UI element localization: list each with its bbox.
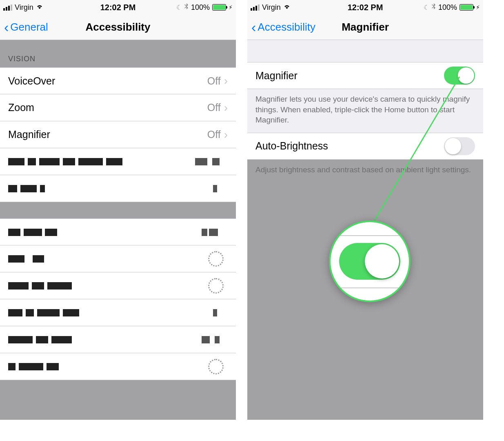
- back-button[interactable]: ‹ General: [4, 21, 48, 33]
- section-gap: [247, 40, 483, 62]
- clock: 12:02 PM: [348, 3, 383, 12]
- section-gap: [0, 202, 236, 218]
- toggle-zoomed-icon: [339, 243, 400, 280]
- row-voiceover[interactable]: VoiceOver Off ›: [0, 67, 236, 94]
- row-label: VoiceOver: [8, 75, 207, 87]
- chevron-right-icon: ›: [224, 128, 228, 141]
- page-title: Accessibility: [86, 21, 151, 33]
- wifi-icon: [283, 4, 291, 11]
- obscured-row: [0, 353, 236, 380]
- page-title: Magnifier: [342, 21, 389, 33]
- back-label: Accessibility: [258, 21, 315, 33]
- bluetooth-icon: [432, 3, 436, 11]
- back-label: General: [10, 21, 48, 33]
- charging-icon: ⚡︎: [229, 4, 233, 11]
- status-bar: Virgin 12:02 PM ☾ 100% ⚡︎: [0, 0, 236, 15]
- row-value: Off: [207, 129, 221, 140]
- obscured-row: [0, 272, 236, 299]
- obscured-row: [0, 299, 236, 326]
- signal-icon: [3, 4, 12, 11]
- status-bar: Virgin 12:02 PM ☾ 100% ⚡︎: [247, 0, 483, 15]
- battery-icon: [212, 4, 226, 11]
- section-header-vision: VISION: [0, 40, 236, 67]
- obscured-row: [0, 218, 236, 245]
- moon-icon: ☾: [424, 4, 429, 11]
- battery-icon: [460, 4, 473, 11]
- chevron-left-icon: ‹: [251, 24, 256, 31]
- nav-bar: ‹ General Accessibility: [0, 15, 236, 40]
- row-auto-brightness[interactable]: Auto-Brightness: [247, 133, 483, 160]
- charging-icon: ⚡︎: [476, 4, 480, 11]
- row-label: Magnifier: [255, 70, 444, 82]
- moon-icon: ☾: [176, 4, 182, 11]
- battery-pct: 100%: [438, 3, 457, 12]
- row-label: Auto-Brightness: [255, 140, 444, 152]
- carrier-label: Virgin: [15, 3, 33, 12]
- obscured-row: [0, 326, 236, 353]
- chevron-left-icon: ‹: [4, 24, 9, 31]
- row-label: Magnifier: [8, 129, 207, 140]
- back-button[interactable]: ‹ Accessibility: [251, 21, 315, 33]
- content: Magnifier Magnifier lets you use your de…: [247, 40, 483, 183]
- signal-icon: [251, 4, 260, 11]
- obscured-row: [0, 175, 236, 202]
- row-value: Off: [207, 102, 221, 114]
- clock: 12:02 PM: [100, 3, 136, 12]
- toggle-magnifier[interactable]: [444, 67, 475, 85]
- obscured-row: [0, 148, 236, 175]
- bluetooth-icon: [184, 3, 189, 11]
- toggle-auto-brightness[interactable]: [444, 137, 475, 155]
- row-zoom[interactable]: Zoom Off ›: [0, 94, 236, 121]
- row-magnifier[interactable]: Magnifier Off ›: [0, 121, 236, 148]
- wifi-icon: [36, 4, 43, 11]
- chevron-right-icon: ›: [224, 74, 228, 87]
- content: VISION VoiceOver Off › Zoom Off › Magnif…: [0, 40, 236, 380]
- row-magnifier-toggle[interactable]: Magnifier: [247, 62, 483, 89]
- carrier-label: Virgin: [262, 3, 281, 12]
- phone-magnifier: Virgin 12:02 PM ☾ 100% ⚡︎ ‹ Accessibilit…: [247, 0, 483, 420]
- row-value: Off: [207, 75, 221, 87]
- obscured-row: [0, 245, 236, 272]
- row-label: Zoom: [8, 102, 207, 114]
- chevron-right-icon: ›: [224, 101, 228, 114]
- footer-auto-brightness: Adjust brightness and contrast based on …: [247, 160, 483, 183]
- zoom-callout: [329, 220, 411, 302]
- footer-magnifier: Magnifier lets you use your device's cam…: [247, 89, 483, 133]
- battery-pct: 100%: [191, 3, 210, 12]
- nav-bar: ‹ Accessibility Magnifier: [247, 15, 483, 40]
- phone-accessibility: Virgin 12:02 PM ☾ 100% ⚡︎ ‹ General Acce…: [0, 0, 236, 420]
